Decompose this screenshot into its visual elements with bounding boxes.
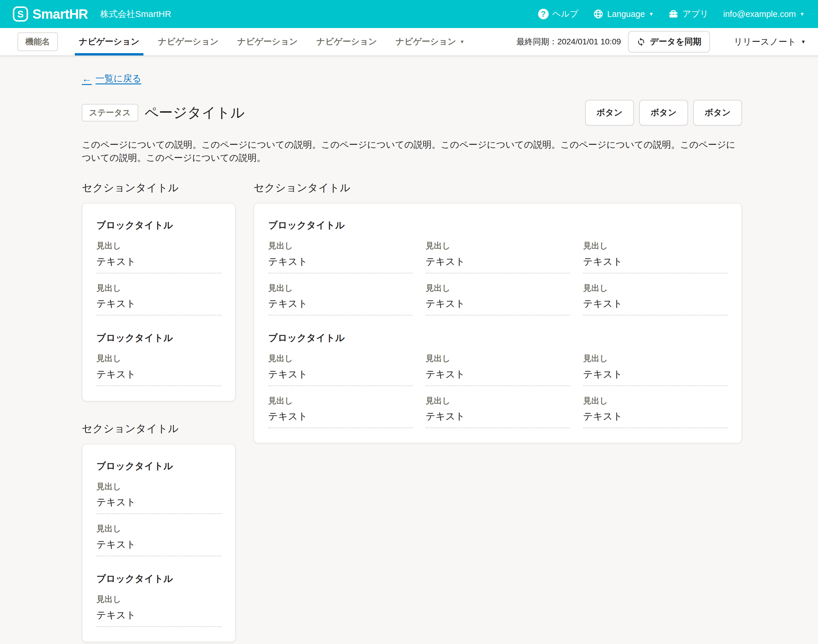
nav-tab-label: ナビゲーション xyxy=(237,36,298,48)
field-label: 見出し xyxy=(268,283,412,293)
field-value: テキスト xyxy=(268,410,412,423)
section-3: セクションタイトル ブロックタイトル 見出し テキスト 見出し テキスト xyxy=(82,422,236,642)
block: ブロックタイトル 見出し テキスト 見出し テキスト xyxy=(97,460,221,557)
smarthr-logo-icon: S xyxy=(13,6,28,21)
block: ブロックタイトル 見出し テキスト 見出し テキスト xyxy=(97,219,221,316)
field-label: 見出し xyxy=(97,353,221,364)
language-menu[interactable]: Language ▼ xyxy=(593,9,654,19)
field-label: 見出し xyxy=(268,396,412,406)
field-value: テキスト xyxy=(583,255,727,268)
action-button-3[interactable]: ボタン xyxy=(693,100,742,126)
nav-tabs: ナビゲーション ナビゲーション ナビゲーション ナビゲーション ナビゲーション … xyxy=(69,28,474,55)
feature-name-badge: 機能名 xyxy=(17,32,58,51)
account-email: info@example.com xyxy=(723,9,796,19)
field: 見出し テキスト xyxy=(97,594,221,627)
action-button-2[interactable]: ボタン xyxy=(639,100,688,126)
field-label: 見出し xyxy=(583,396,727,406)
nav-tab-3[interactable]: ナビゲーション xyxy=(228,28,307,55)
company-name: 株式会社SmartHR xyxy=(100,8,171,20)
field-value: テキスト xyxy=(97,538,221,551)
field: 見出し テキスト xyxy=(97,481,221,514)
field: 見出し テキスト xyxy=(426,241,570,273)
help-link[interactable]: ? ヘルプ xyxy=(538,8,578,20)
sync-icon xyxy=(637,37,646,46)
field: 見出し テキスト xyxy=(97,523,221,556)
back-to-list-label: 一覧に戻る xyxy=(95,72,141,85)
chevron-down-icon: ▼ xyxy=(649,12,654,17)
field-value: テキスト xyxy=(426,368,570,381)
nav-tab-5[interactable]: ナビゲーション ▼ xyxy=(386,28,474,55)
field-value: テキスト xyxy=(426,255,570,268)
last-sync-timestamp: 最終同期：2024/01/01 10:09 xyxy=(517,36,621,47)
help-icon: ? xyxy=(538,9,549,19)
block-title: ブロックタイトル xyxy=(268,332,727,344)
block-title: ブロックタイトル xyxy=(97,460,221,472)
field-value: テキスト xyxy=(97,297,221,310)
language-label: Language xyxy=(607,9,645,19)
field: 見出し テキスト xyxy=(583,241,727,273)
help-label: ヘルプ xyxy=(552,8,578,20)
nav-tab-label: ナビゲーション xyxy=(79,36,139,48)
main-content: ← 一覧に戻る ステータス ページタイトル ボタン ボタン ボタン このページに… xyxy=(0,56,818,642)
block-title: ブロックタイトル xyxy=(97,219,221,232)
block: ブロックタイトル 見出し テキスト xyxy=(97,573,221,627)
status-badge: ステータス xyxy=(82,104,138,121)
field-value: テキスト xyxy=(97,255,221,268)
page-title-row: ステータス ページタイトル ボタン ボタン ボタン xyxy=(82,100,742,126)
nav-tab-label: ナビゲーション xyxy=(317,36,377,48)
field-label: 見出し xyxy=(97,523,221,534)
field-value: テキスト xyxy=(268,368,412,381)
right-column: セクションタイトル ブロックタイトル 見出し テキスト 見出し テキスト xyxy=(254,181,742,443)
block-title: ブロックタイトル xyxy=(268,219,727,232)
field-label: 見出し xyxy=(583,241,727,251)
release-notes-label: リリースノート xyxy=(734,36,796,48)
nav-right-area: 最終同期：2024/01/01 10:09 データを同期 リリースノート ▼ xyxy=(517,28,818,55)
release-notes-menu[interactable]: リリースノート ▼ xyxy=(721,36,818,48)
field: 見出し テキスト xyxy=(426,396,570,428)
apps-menu[interactable]: アプリ xyxy=(668,8,709,20)
section-title: セクションタイトル xyxy=(82,422,236,435)
account-menu[interactable]: info@example.com ▼ xyxy=(723,9,804,19)
field: 見出し テキスト xyxy=(583,283,727,316)
nav-tab-2[interactable]: ナビゲーション xyxy=(149,28,228,55)
field: 見出し テキスト xyxy=(583,353,727,386)
nav-tab-1[interactable]: ナビゲーション xyxy=(69,28,149,55)
section-3-card: ブロックタイトル 見出し テキスト 見出し テキスト ブロックタイトル xyxy=(82,444,236,642)
field-label: 見出し xyxy=(583,353,727,364)
field: 見出し テキスト xyxy=(268,241,412,273)
field-label: 見出し xyxy=(97,594,221,604)
section-1-card: ブロックタイトル 見出し テキスト 見出し テキスト ブロックタイトル xyxy=(82,203,236,402)
app-navigation-bar: 機能名 ナビゲーション ナビゲーション ナビゲーション ナビゲーション ナビゲー… xyxy=(0,28,818,56)
content-columns: セクションタイトル ブロックタイトル 見出し テキスト 見出し テキスト xyxy=(82,181,742,642)
sync-data-button[interactable]: データを同期 xyxy=(628,31,710,52)
section-1: セクションタイトル ブロックタイトル 見出し テキスト 見出し テキスト xyxy=(82,181,236,402)
page-description: このページについての説明。このページについての説明。このページについての説明。こ… xyxy=(82,138,742,165)
field-label: 見出し xyxy=(426,241,570,251)
field: 見出し テキスト xyxy=(97,353,221,386)
back-to-list-link[interactable]: ← 一覧に戻る xyxy=(82,72,141,85)
field-value: テキスト xyxy=(426,410,570,423)
nav-tab-label: ナビゲーション xyxy=(395,36,456,48)
section-title: セクションタイトル xyxy=(82,181,236,195)
smarthr-logo[interactable]: S SmartHR xyxy=(13,6,88,22)
field-value: テキスト xyxy=(268,297,412,310)
action-button-1[interactable]: ボタン xyxy=(585,100,634,126)
field-value: テキスト xyxy=(583,297,727,310)
block: ブロックタイトル 見出し テキスト xyxy=(97,332,221,386)
global-header-left: S SmartHR 株式会社SmartHR xyxy=(13,6,171,22)
field-grid: 見出し テキスト 見出し テキスト 見出し テキスト xyxy=(268,344,727,428)
field-value: テキスト xyxy=(426,297,570,310)
field-label: 見出し xyxy=(97,481,221,492)
chevron-down-icon: ▼ xyxy=(460,40,464,44)
field-label: 見出し xyxy=(268,353,412,364)
smarthr-logo-letter: S xyxy=(17,9,24,19)
block: ブロックタイトル 見出し テキスト 見出し テキスト 見出し xyxy=(268,219,727,316)
page-title: ページタイトル xyxy=(145,104,245,121)
field: 見出し テキスト xyxy=(97,283,221,316)
field-label: 見出し xyxy=(268,241,412,251)
block-title: ブロックタイトル xyxy=(97,573,221,585)
field-value: テキスト xyxy=(97,496,221,509)
nav-tab-4[interactable]: ナビゲーション xyxy=(307,28,386,55)
section-2: セクションタイトル ブロックタイトル 見出し テキスト 見出し テキスト xyxy=(254,181,742,443)
page-action-buttons: ボタン ボタン ボタン xyxy=(585,100,742,126)
